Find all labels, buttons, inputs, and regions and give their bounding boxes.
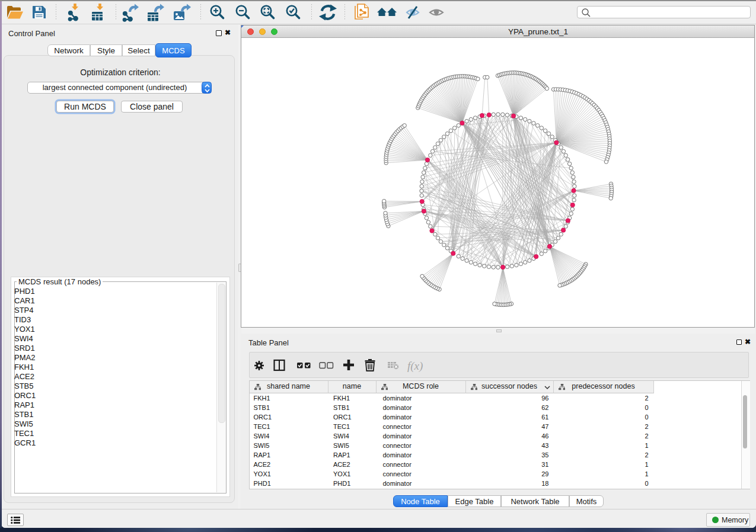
svg-text:f(x): f(x) [407, 360, 423, 373]
